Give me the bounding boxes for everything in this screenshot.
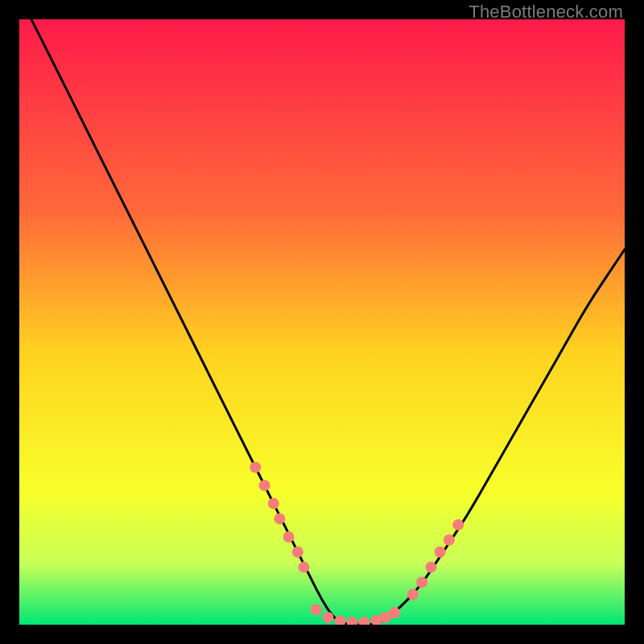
- marker-dot: [274, 513, 285, 524]
- marker-dot: [292, 547, 303, 558]
- gradient-background: [19, 19, 625, 625]
- marker-dot: [416, 576, 427, 588]
- marker-dot: [298, 562, 309, 573]
- marker-dot: [311, 604, 322, 615]
- marker-dot: [425, 562, 436, 573]
- marker-dot: [323, 612, 334, 623]
- marker-dot: [452, 519, 464, 530]
- marker-dot: [389, 607, 400, 618]
- marker-dot: [250, 462, 261, 473]
- marker-dot: [407, 588, 419, 600]
- marker-dot: [435, 547, 446, 558]
- marker-dot: [444, 535, 455, 546]
- marker-dot: [283, 531, 295, 543]
- chart-frame: [19, 19, 625, 625]
- bottleneck-chart: [19, 19, 625, 625]
- marker-dot: [268, 498, 279, 510]
- marker-dot: [259, 480, 270, 491]
